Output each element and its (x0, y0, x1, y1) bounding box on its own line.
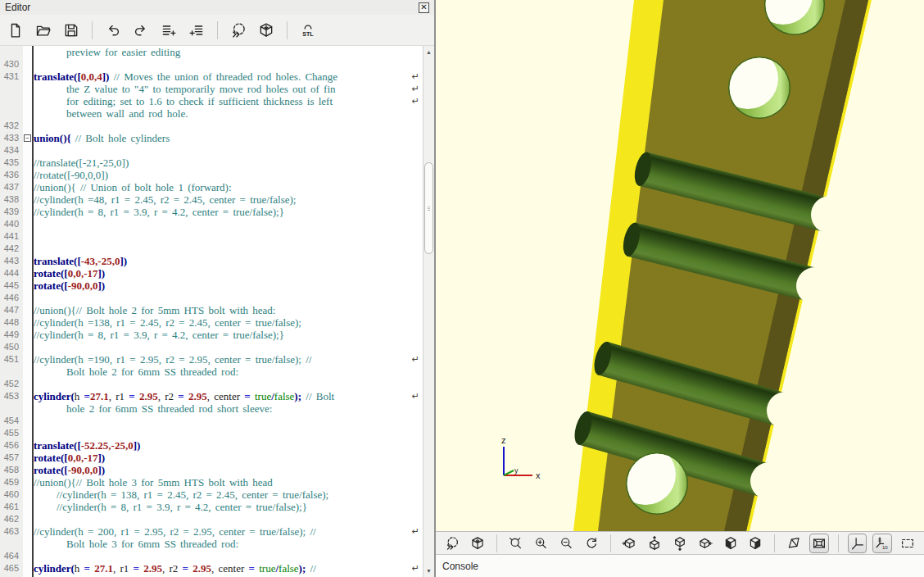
toolbar-separator (287, 21, 288, 39)
line-number: 433 (0, 132, 23, 144)
editor-toolbar: STL (0, 15, 434, 46)
scrollbar-down-icon[interactable]: ▼ (424, 566, 434, 576)
new-file-button[interactable] (5, 20, 26, 41)
code-line[interactable]: Bolt hole 3 for 6mm SS threaded rod: (0, 538, 423, 550)
code-line[interactable]: 450 (0, 341, 423, 353)
scrollbar-thumb[interactable] (424, 162, 433, 254)
code-line[interactable]: preview for easier editing (0, 46, 423, 58)
toolbar-separator (496, 534, 497, 552)
svg-text:STL: STL (302, 31, 314, 38)
code-line[interactable]: 465cylinder(h = 27.1, r1 = 2.95, r2 = 2.… (0, 562, 423, 575)
code-line[interactable]: 463//cylinder(h = 200, r1 = 2.95, r2 = 2… (0, 525, 423, 538)
code-line[interactable]: 448//cylinder(h =138, r1 = 2.45, r2 = 2.… (0, 316, 423, 329)
code-line[interactable]: 460//cylinder(h = 138, r1 = 2.45, r2 = 2… (0, 488, 423, 501)
console-bar[interactable]: Console (436, 554, 924, 577)
view-front-button[interactable] (721, 534, 741, 553)
show-axes-button[interactable] (848, 534, 867, 553)
code-text: Bolt hole 3 for 6mm SS threaded rod: (34, 538, 423, 550)
code-line[interactable]: 430 (0, 58, 423, 70)
code-line[interactable]: 455 (0, 427, 423, 439)
save-file-button[interactable] (61, 20, 82, 41)
line-number: 438 (0, 193, 23, 206)
view-right-button[interactable] (620, 534, 640, 553)
code-line[interactable]: 454 (0, 415, 423, 427)
code-line[interactable]: 432 (0, 120, 423, 132)
view-all-button[interactable] (898, 534, 917, 553)
code-line[interactable]: 447//union(){// Bolt hole 2 for 5mm HTS … (0, 304, 423, 316)
code-line[interactable]: 452 (0, 378, 423, 390)
open-file-button[interactable] (33, 20, 54, 41)
fold-marker-icon[interactable]: − (24, 134, 31, 142)
code-line[interactable]: Bolt hole 2 for 6mm SS threaded rod: (0, 366, 423, 378)
code-line[interactable]: 445rotate([-90,0,0]) (0, 279, 423, 292)
fold-cell (23, 341, 34, 353)
preview-button[interactable] (442, 534, 462, 553)
code-line[interactable]: 462 (0, 513, 423, 525)
zoom-in-button[interactable] (531, 534, 550, 553)
code-line[interactable]: 441 (0, 230, 423, 243)
code-line[interactable]: 461//cylinder(h = 8, r1 = 3.9, r = 4.2, … (0, 501, 423, 513)
code-line[interactable]: 459//union(){// Bolt hole 3 for 5mm HTS … (0, 476, 423, 488)
preview-button[interactable] (228, 20, 249, 41)
code-line[interactable]: 433−union(){ // Bolt hole cylinders (0, 132, 423, 144)
undo-button[interactable] (102, 20, 124, 41)
reset-view-button[interactable] (582, 534, 601, 553)
fold-cell (23, 525, 34, 538)
code-line[interactable]: 436//rotate([-90,0,0]) (0, 169, 423, 181)
render-button[interactable] (468, 534, 487, 553)
zoom-all-button[interactable] (506, 534, 526, 553)
line-number: 437 (0, 181, 23, 193)
code-line[interactable]: 440 (0, 218, 423, 230)
line-number: 463 (0, 525, 23, 538)
perspective-button[interactable] (784, 534, 804, 553)
view-left-button[interactable] (695, 534, 715, 553)
code-line[interactable]: 442 (0, 243, 423, 255)
code-text: //cylinder(h = 200, r1 = 2.95, r2 = 2.95… (34, 525, 423, 538)
view-back-button[interactable] (745, 534, 765, 553)
code-line[interactable]: the Z value to "4" to temporarily move r… (0, 83, 423, 95)
code-line[interactable]: 437//union(){ // Union of bolt hole 1 (f… (0, 181, 423, 193)
export-stl-button[interactable]: STL (297, 20, 319, 41)
fold-cell (23, 378, 34, 390)
zoom-out-button[interactable] (556, 534, 576, 553)
code-editor[interactable]: preview for easier editing430431translat… (0, 46, 434, 577)
view-all-icon (900, 536, 915, 551)
indent-button[interactable] (158, 20, 179, 41)
code-line[interactable]: 458rotate([-90,0,0]) (0, 464, 423, 476)
code-line[interactable]: 451//cylinder(h =190, r1 = 2.95, r2 = 2.… (0, 353, 423, 366)
code-line[interactable]: 443translate([-43,-25,0]) (0, 255, 423, 267)
redo-button[interactable] (130, 20, 152, 41)
code-line[interactable]: hole 2 for 6mm SS threaded rod short sle… (0, 402, 423, 415)
code-line[interactable]: 457rotate([0,0,-17]) (0, 452, 423, 464)
code-line[interactable]: 449//cylinder(h = 8, r1 = 3.9, r = 4.2, … (0, 329, 423, 341)
code-line[interactable]: 438//cylinder(h =48, r1 = 2.45, r2 = 2.4… (0, 193, 423, 206)
view-bottom-button[interactable] (670, 534, 690, 553)
code-line[interactable]: 435//translate([-21,-25,0]) (0, 157, 423, 169)
orthogonal-button[interactable] (809, 534, 829, 553)
view-top-button[interactable] (645, 534, 664, 553)
unindent-button[interactable] (186, 20, 207, 41)
fold-cell (23, 304, 34, 316)
code-line[interactable]: 431translate([0,0,4]) // Moves the union… (0, 70, 423, 83)
editor-scrollbar[interactable]: ▲ ▼ (423, 46, 434, 577)
code-line[interactable]: 456translate([-52.25,-25,0]) (0, 439, 423, 452)
code-line[interactable]: between wall and rod hole. (0, 107, 423, 120)
code-line[interactable]: for editing; set to 1.6 to check if suff… (0, 95, 423, 107)
code-text: rotate([0,0,-17]) (34, 452, 423, 464)
code-line[interactable]: 434 (0, 144, 423, 157)
3d-viewport[interactable]: z x y (436, 0, 924, 531)
code-text (34, 415, 423, 427)
code-line[interactable]: 444rotate([0,0,-17]) (0, 267, 423, 279)
render-button[interactable] (256, 20, 277, 41)
unindent-icon (188, 22, 205, 39)
code-line[interactable]: 439//cylinder(h = 8, r1 = 3.9, r = 4.2, … (0, 206, 423, 218)
show-scale-markers-button[interactable]: 10 (872, 534, 892, 553)
line-number: 445 (0, 279, 23, 292)
code-line[interactable]: 453cylinder(h =27.1, r1 = 2.95, r2 = 2.9… (0, 390, 423, 402)
editor-title: Editor (5, 2, 419, 13)
code-line[interactable]: 446 (0, 292, 423, 304)
code-line[interactable]: 464 (0, 550, 423, 562)
fold-cell (23, 206, 34, 218)
close-icon[interactable]: ✕ (419, 2, 429, 13)
scrollbar-up-icon[interactable]: ▲ (424, 47, 434, 57)
